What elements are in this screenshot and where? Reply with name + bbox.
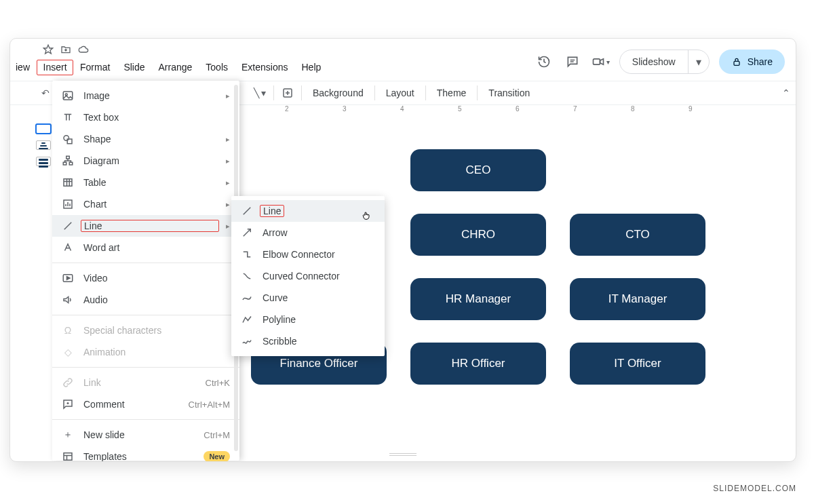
insert-table[interactable]: Table▸ (52, 172, 239, 193)
comment-icon (62, 398, 74, 410)
org-box-cto[interactable]: CTO (570, 214, 705, 256)
line-option-polyline[interactable]: Polyline (231, 309, 385, 330)
org-box-hrmanager[interactable]: HR Manager (410, 278, 546, 320)
comments-icon[interactable] (563, 52, 582, 71)
curve-icon (241, 292, 253, 304)
insert-image[interactable]: Image▸ (52, 85, 239, 106)
menu-slide[interactable]: Slide (117, 59, 151, 75)
submenu-arrow-icon: ▸ (226, 135, 230, 144)
toolbar-collapse[interactable]: ⌃ (782, 88, 790, 98)
svg-rect-15 (69, 162, 73, 165)
ruler-tick: 3 (343, 105, 347, 113)
org-box-itofficer[interactable]: IT Officer (570, 343, 705, 385)
ruler-tick: 9 (689, 105, 693, 113)
shape-icon (62, 133, 74, 145)
slideshow-group: Slideshow ▾ (619, 50, 710, 74)
ruler-tick: 5 (458, 105, 462, 113)
line-option-elbow[interactable]: Elbow Connector (231, 244, 385, 265)
insert-diagram[interactable]: Diagram▸ (52, 150, 239, 172)
menu-separator (52, 263, 239, 263)
svg-line-30 (244, 208, 251, 215)
submenu-arrow-icon: ▸ (226, 92, 230, 100)
meet-button[interactable]: ▾ (592, 55, 610, 69)
toolbar-add-slide[interactable] (279, 85, 296, 101)
cloud-status-icon[interactable] (78, 44, 89, 58)
ruler: 2 3 4 5 6 7 8 9 (251, 105, 775, 117)
svg-rect-5 (734, 61, 739, 65)
line-icon (62, 220, 74, 232)
menu-separator (52, 367, 239, 368)
arrow-icon (241, 227, 253, 239)
line-option-scribble[interactable]: Scribble (231, 330, 385, 352)
insert-animation: ◇Animation (52, 341, 239, 363)
insert-dropdown: Image▸ Text box Shape▸ Diagram▸ Table▸ C… (52, 81, 239, 461)
insert-audio[interactable]: Audio (52, 289, 239, 311)
app-window: iew Insert Format Slide Arrange Tools Ex… (9, 38, 796, 462)
menu-arrange[interactable]: Arrange (152, 59, 199, 75)
ruler-tick: 4 (400, 105, 404, 113)
svg-rect-13 (66, 156, 70, 159)
diagram-icon (62, 155, 74, 167)
audio-icon (62, 294, 74, 306)
submenu-arrow-icon: ▸ (226, 178, 230, 187)
polyline-icon (241, 313, 253, 326)
menu-extensions[interactable]: Extensions (235, 59, 294, 75)
slideshow-button[interactable]: Slideshow (620, 50, 689, 73)
insert-chart[interactable]: Chart▸ (52, 193, 239, 215)
insert-comment[interactable]: CommentCtrl+Alt+M (52, 393, 239, 415)
line-option-line[interactable]: Line (231, 200, 385, 222)
menu-view[interactable]: iew (13, 59, 37, 75)
lock-icon (731, 56, 742, 67)
line-option-curve[interactable]: Curve (231, 287, 385, 309)
separator (425, 85, 426, 100)
wordart-icon (62, 241, 74, 254)
watermark: SLIDEMODEL.COM (713, 484, 796, 493)
chart-icon (62, 198, 74, 210)
star-icon[interactable] (43, 44, 54, 58)
slide-thumbnail-1[interactable] (36, 124, 51, 134)
textbox-icon (62, 111, 74, 123)
svg-line-21 (64, 222, 72, 230)
insert-textbox[interactable]: Text box (52, 106, 239, 128)
line-option-arrow[interactable]: Arrow (231, 222, 385, 244)
separator (374, 85, 375, 100)
ruler-tick: 8 (631, 105, 635, 113)
share-label: Share (748, 56, 773, 67)
toolbar-theme[interactable]: Theme (431, 85, 472, 101)
insert-line[interactable]: Line▸ (52, 215, 239, 237)
insert-shape[interactable]: Shape▸ (52, 128, 239, 150)
toolbar-undo[interactable]: ↶ (37, 85, 54, 101)
svg-rect-9 (63, 92, 73, 100)
toolbar-background[interactable]: Background (307, 85, 369, 101)
org-box-chro[interactable]: CHRO (410, 214, 546, 256)
move-to-folder-icon[interactable] (60, 44, 71, 58)
toolbar-transition[interactable]: Transition (483, 85, 535, 101)
submenu-arrow-icon: ▸ (226, 200, 230, 209)
insert-new-slide[interactable]: ＋New slideCtrl+M (52, 424, 239, 446)
submenu-arrow-icon: ▸ (226, 222, 230, 231)
insert-video[interactable]: Video (52, 267, 239, 289)
slide-thumbnail-3[interactable] (36, 157, 51, 166)
toolbar-line-tool[interactable]: ╲ ▾ (252, 85, 268, 101)
menu-tools[interactable]: Tools (199, 59, 235, 75)
share-button[interactable]: Share (719, 50, 785, 74)
line-option-curved[interactable]: Curved Connector (231, 265, 385, 287)
toolbar-layout[interactable]: Layout (381, 85, 420, 101)
menu-insert[interactable]: Insert (37, 60, 73, 75)
history-icon[interactable] (535, 52, 554, 71)
insert-wordart[interactable]: Word art (52, 237, 239, 258)
omega-icon: Ω (62, 324, 74, 336)
ruler-tick: 2 (285, 105, 289, 113)
menu-separator (52, 315, 239, 315)
svg-rect-16 (64, 179, 72, 187)
insert-templates[interactable]: TemplatesNew (52, 446, 239, 462)
menu-help[interactable]: Help (295, 59, 328, 75)
org-box-ceo[interactable]: CEO (410, 149, 546, 191)
filmstrip-handle[interactable] (389, 453, 416, 456)
menu-format[interactable]: Format (73, 59, 117, 75)
slideshow-caret[interactable]: ▾ (689, 50, 709, 73)
slide-thumbnail-2[interactable] (36, 140, 51, 150)
org-box-itmanager[interactable]: IT Manager (570, 278, 705, 320)
org-box-hrofficer[interactable]: HR Officer (410, 343, 546, 385)
svg-marker-4 (600, 59, 603, 64)
